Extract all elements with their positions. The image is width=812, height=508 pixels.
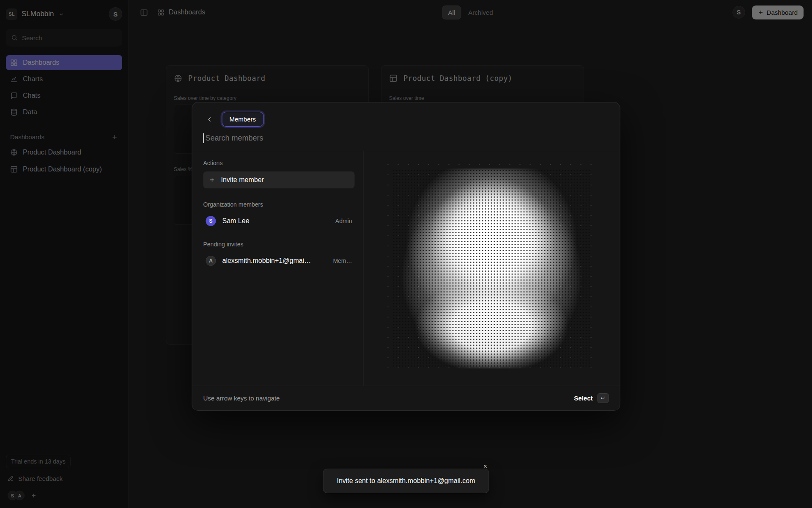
members-modal: Members Actions Invite member Organizati… [192, 102, 620, 411]
invite-email: alexsmith.mobbin+1@gmai… [222, 257, 311, 265]
modal-footer: Use arrow keys to navigate Select ↵ [192, 386, 620, 410]
member-row-sam-lee[interactable]: S Sam Lee Admin [203, 212, 355, 230]
pending-invite-row[interactable]: A alexsmith.mobbin+1@gmai… Mem… [203, 252, 355, 270]
invite-member-option[interactable]: Invite member [203, 171, 355, 188]
select-action[interactable]: Select ↵ [574, 393, 609, 403]
halftone-dots [392, 169, 591, 368]
member-preview-image [392, 169, 591, 368]
member-name: Sam Lee [222, 217, 250, 225]
close-icon[interactable]: × [481, 462, 490, 471]
members-list-panel: Actions Invite member Organization membe… [192, 151, 364, 386]
navigation-hint: Use arrow keys to navigate [203, 395, 280, 402]
member-preview-panel [364, 151, 620, 386]
members-filter-chip[interactable]: Members [222, 112, 264, 127]
members-search[interactable] [192, 127, 620, 151]
pending-invites-label: Pending invites [203, 241, 355, 248]
select-label: Select [574, 395, 593, 402]
member-role: Admin [335, 218, 352, 224]
enter-key-icon: ↵ [598, 393, 609, 403]
modal-body: Actions Invite member Organization membe… [192, 151, 620, 386]
text-cursor [203, 133, 204, 143]
invite-member-label: Invite member [221, 176, 264, 184]
org-members-label: Organization members [203, 201, 355, 208]
invite-toast: Invite sent to alexsmith.mobbin+1@gmail.… [323, 469, 489, 493]
modal-header: Members [192, 102, 620, 127]
invite-role: Mem… [333, 257, 352, 264]
actions-label: Actions [203, 160, 355, 166]
member-avatar: S [206, 216, 216, 226]
back-button[interactable] [203, 113, 216, 126]
plus-icon [209, 177, 216, 183]
invite-avatar: A [206, 256, 216, 266]
toast-message: Invite sent to alexsmith.mobbin+1@gmail.… [337, 477, 475, 485]
members-search-input[interactable] [206, 134, 609, 143]
